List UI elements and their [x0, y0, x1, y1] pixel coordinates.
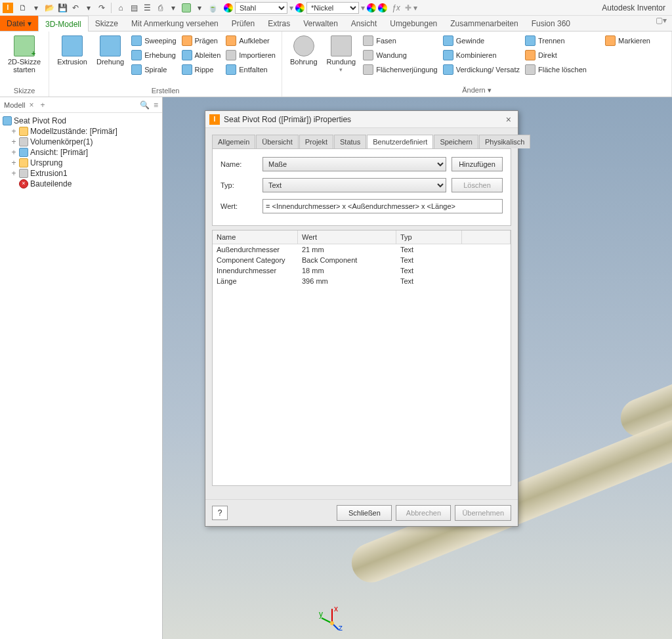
tree-item[interactable]: ×Bauteilende — [1, 179, 161, 189]
btn-sweeping[interactable]: Sweeping — [129, 34, 178, 47]
tab-skizze[interactable]: Skizze — [89, 16, 125, 31]
btn-rundung[interactable]: Rundung▾ — [323, 33, 360, 76]
btn-fasen[interactable]: Fasen — [361, 34, 440, 47]
ribbon-collapse-icon[interactable]: ▢▾ — [656, 16, 667, 31]
panel-label: Erstellen — [53, 86, 278, 95]
triad-icon: x y z — [319, 605, 345, 631]
btn-2d-skizze[interactable]: + 2D-Skizze starten — [4, 33, 45, 76]
model-tree: Seat Pivot Rod +Modellzustände: [Primär]… — [0, 113, 162, 192]
menu-icon[interactable]: ≡ — [154, 100, 158, 110]
input-typ[interactable]: Text — [262, 178, 446, 192]
btn-praegen[interactable]: Prägen — [180, 34, 223, 47]
plus-icon[interactable]: ✚ — [405, 3, 411, 12]
btn-aufkleber[interactable]: Aufkleber — [224, 34, 278, 47]
btn-wandung[interactable]: Wandung — [361, 49, 440, 62]
undo-icon[interactable]: ↶ — [70, 2, 81, 14]
presentation-icon[interactable]: ⎙ — [154, 2, 166, 14]
btn-drehung[interactable]: Drehung — [93, 33, 128, 68]
material-select[interactable]: Stahl — [235, 2, 287, 14]
btn-rippe[interactable]: Rippe — [180, 63, 223, 76]
th-wert[interactable]: Wert — [298, 231, 396, 244]
dlg-tab-benutzerdefiniert[interactable]: Benutzerdefiniert — [367, 135, 433, 148]
home-icon[interactable]: ⌂ — [115, 2, 127, 14]
appearance-select[interactable]: *Nickel — [306, 2, 359, 14]
dlg-tab-status[interactable]: Status — [334, 135, 366, 148]
btn-trennen[interactable]: Trennen — [523, 34, 589, 47]
new-icon[interactable]: 🗋 — [17, 2, 29, 14]
dlg-tab-speichern[interactable]: Speichern — [434, 135, 478, 148]
teapot-icon[interactable]: 🍵 — [207, 2, 219, 14]
tab-pruefen[interactable]: Prüfen — [225, 16, 261, 31]
btn-flaeche-loeschen[interactable]: Fläche löschen — [523, 63, 589, 76]
open-icon[interactable]: 📂 — [43, 2, 55, 14]
btn-direkt[interactable]: Direkt — [523, 49, 589, 62]
btn-extrusion[interactable]: Extrusion — [53, 33, 91, 68]
tree-item[interactable]: +Extrusion1 — [1, 168, 161, 179]
plus-icon[interactable]: + — [40, 100, 45, 110]
sheet-icon[interactable]: ▤ — [128, 2, 140, 14]
save-icon[interactable]: 💾 — [56, 2, 68, 14]
assembly-icon[interactable]: ☰ — [141, 2, 153, 14]
input-name[interactable]: Maße — [262, 157, 446, 171]
tree-root[interactable]: Seat Pivot Rod — [1, 116, 161, 126]
input-wert[interactable] — [262, 199, 503, 213]
btn-flaechenverjuengung[interactable]: Flächenverjüngung — [361, 63, 440, 76]
tab-zusammenarbeiten[interactable]: Zusammenarbeiten — [444, 16, 524, 31]
properties-table: Name Wert Typ Außendurchmesser21 mmText … — [212, 230, 511, 486]
tab-ansicht[interactable]: Ansicht — [345, 16, 383, 31]
tab-3d-modell[interactable]: 3D-Modell — [38, 16, 89, 32]
color-ball-icon[interactable] — [378, 3, 387, 12]
table-row[interactable]: Länge396 mmText — [213, 276, 511, 286]
color-ball-icon[interactable] — [367, 3, 376, 12]
material-ball-icon[interactable] — [224, 3, 233, 12]
tab-fusion360[interactable]: Fusion 360 — [525, 16, 577, 31]
dropdown-icon[interactable]: ▾ — [194, 2, 205, 14]
btn-gewinde[interactable]: Gewinde — [441, 34, 522, 47]
btn-markieren[interactable]: Markieren — [603, 34, 652, 47]
dlg-tab-projekt[interactable]: Projekt — [299, 135, 333, 148]
part-icon[interactable] — [180, 2, 192, 14]
dropdown-icon[interactable]: ▾ — [413, 3, 417, 12]
th-typ[interactable]: Typ — [396, 231, 462, 244]
dlg-tab-uebersicht[interactable]: Übersicht — [256, 135, 298, 148]
appearance-ball-icon[interactable] — [295, 3, 304, 12]
dlg-tab-allgemein[interactable]: Allgemein — [212, 135, 255, 148]
file-tab[interactable]: Datei▾ — [0, 16, 38, 31]
table-row[interactable]: Component CategoryBack ComponentText — [213, 255, 511, 265]
btn-ableiten[interactable]: Ableiten — [180, 49, 223, 62]
tab-umgebungen[interactable]: Umgebungen — [383, 16, 444, 31]
th-name[interactable]: Name — [213, 231, 298, 244]
btn-schliessen[interactable]: Schließen — [337, 505, 392, 521]
tree-item[interactable]: +Ursprung — [1, 158, 161, 168]
panel-title: Modell — [4, 101, 25, 109]
tab-verwalten[interactable]: Verwalten — [297, 16, 345, 31]
btn-entfalten[interactable]: Entfalten — [224, 63, 278, 76]
table-row[interactable]: Innendurchmesser18 mmText — [213, 265, 511, 276]
btn-hinzufuegen[interactable]: Hinzufügen — [452, 157, 503, 171]
close-icon[interactable]: × — [29, 100, 33, 110]
dropdown-icon[interactable]: ▾ — [289, 3, 293, 12]
btn-erhebung[interactable]: Erhebung — [129, 49, 178, 62]
dropdown-icon[interactable]: ▾ — [30, 2, 42, 14]
search-icon[interactable]: 🔍 — [140, 100, 150, 110]
tree-item[interactable]: +Ansicht: [Primär] — [1, 147, 161, 158]
btn-kombinieren[interactable]: Kombinieren — [441, 49, 522, 62]
btn-spirale[interactable]: Spirale — [129, 63, 178, 76]
btn-verdickung[interactable]: Verdickung/ Versatz — [441, 63, 522, 76]
dlg-tab-physikalisch[interactable]: Physikalisch — [479, 135, 531, 148]
help-icon[interactable]: ? — [212, 506, 228, 520]
dropdown-icon[interactable]: ▾ — [83, 2, 94, 14]
btn-importieren[interactable]: Importieren — [224, 49, 278, 62]
table-row[interactable]: Außendurchmesser21 mmText — [213, 244, 511, 255]
tree-item[interactable]: +Modellzustände: [Primär] — [1, 126, 161, 137]
btn-bohrung[interactable]: Bohrung — [286, 33, 322, 68]
tab-extras[interactable]: Extras — [261, 16, 297, 31]
fx-icon[interactable]: ƒx — [392, 3, 400, 12]
tree-item[interactable]: +Volumenkörper(1) — [1, 137, 161, 147]
close-icon[interactable]: × — [503, 114, 514, 125]
redo-icon[interactable]: ↷ — [96, 2, 108, 14]
dropdown-icon[interactable]: ▾ — [361, 3, 365, 12]
dialog-titlebar[interactable]: I Seat Pivot Rod ([Primär]) iProperties … — [205, 111, 518, 128]
tab-anmerkung[interactable]: Mit Anmerkung versehen — [125, 16, 225, 31]
dropdown-icon[interactable]: ▾ — [167, 2, 179, 14]
